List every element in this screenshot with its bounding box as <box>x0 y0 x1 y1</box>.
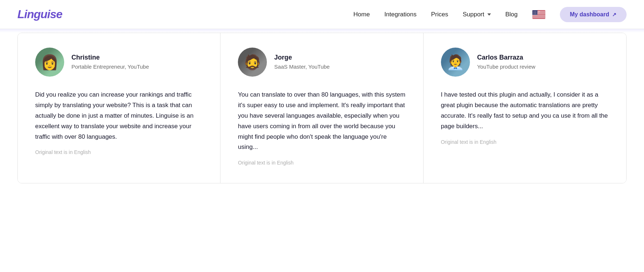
nav-blog[interactable]: Blog <box>505 11 518 18</box>
reviewer-role-1: Portable Entrepreneur, YouTube <box>71 63 149 70</box>
main-nav: Home Integrations Prices Support Blog ★ … <box>354 7 627 22</box>
logo[interactable]: Linguise <box>17 8 62 21</box>
reviews-grid: Christine Portable Entrepreneur, YouTube… <box>17 33 627 183</box>
review-text-3: I have tested out this plugin and actual… <box>441 90 609 132</box>
reviews-section: Christine Portable Entrepreneur, YouTube… <box>0 33 644 205</box>
dashboard-button[interactable]: My dashboard ↗ <box>560 7 627 22</box>
reviewer-name-1: Christine <box>71 54 149 61</box>
review-text-2: You can translate to over than 80 langua… <box>238 90 405 153</box>
nav-support[interactable]: Support <box>463 11 491 18</box>
nav-integrations[interactable]: Integrations <box>384 11 417 18</box>
reviewer-role-2: SaaS Master, YouTube <box>274 63 330 70</box>
avatar-jorge <box>238 48 267 77</box>
avatar-christine <box>35 48 64 77</box>
reviewer-name-3: Carlos Barraza <box>477 54 536 61</box>
svg-text:★ ★ ★ ★ ★ ★: ★ ★ ★ ★ ★ ★ <box>533 13 540 15</box>
review-card-1: Christine Portable Entrepreneur, YouTube… <box>18 33 220 183</box>
original-lang-note-1: Original text is in English <box>35 149 203 155</box>
top-divider <box>0 29 644 33</box>
reviewer-role-3: YouTube product review <box>477 63 536 70</box>
avatar-carlos <box>441 48 470 77</box>
reviewer-name-2: Jorge <box>274 54 330 61</box>
original-lang-note-3: Original text is in English <box>441 139 609 145</box>
svg-rect-5 <box>532 16 545 17</box>
reviewer-header-1: Christine Portable Entrepreneur, YouTube <box>35 48 203 77</box>
header: Linguise Home Integrations Prices Suppor… <box>0 0 644 29</box>
nav-prices[interactable]: Prices <box>431 11 448 18</box>
reviewer-header-2: Jorge SaaS Master, YouTube <box>238 48 405 77</box>
review-card-2: Jorge SaaS Master, YouTube You can trans… <box>220 33 423 183</box>
svg-rect-4 <box>532 15 545 15</box>
chevron-down-icon <box>487 13 491 16</box>
svg-rect-6 <box>532 17 545 18</box>
original-lang-note-2: Original text is in English <box>238 160 405 166</box>
reviewer-header-3: Carlos Barraza YouTube product review <box>441 48 609 77</box>
review-text-1: Did you realize you can increase your ra… <box>35 90 203 142</box>
external-link-icon: ↗ <box>612 12 616 17</box>
language-flag-icon[interactable]: ★ ★ ★ ★ ★ ★ ★ ★ ★ ★ ★ ★ ★ ★ ★ ★ ★ <box>532 10 545 19</box>
review-card-3: Carlos Barraza YouTube product review I … <box>424 33 626 183</box>
nav-home[interactable]: Home <box>354 11 370 18</box>
